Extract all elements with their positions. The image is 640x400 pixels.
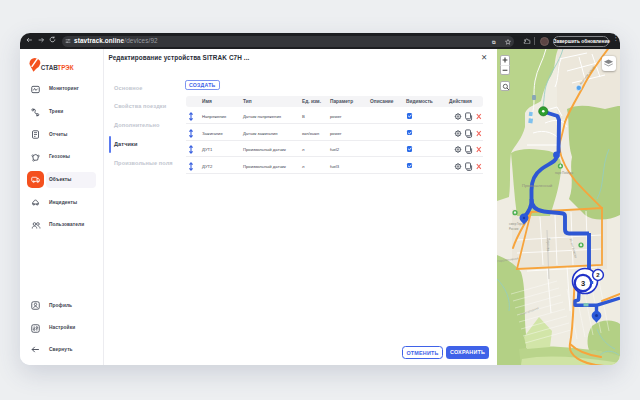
svg-text:Пирогова: Пирогова bbox=[546, 238, 550, 251]
svg-text:сквер Геро...: сквер Геро... bbox=[509, 222, 526, 226]
svg-text:ТРЭК: ТРЭК bbox=[57, 64, 74, 71]
svg-text:парк Победы: парк Победы bbox=[555, 171, 573, 175]
svg-text:Промышленный: Промышленный bbox=[522, 183, 552, 188]
svg-text:СТАВ: СТАВ bbox=[41, 64, 58, 71]
svg-text:3: 3 bbox=[581, 279, 585, 288]
svg-text:России: России bbox=[509, 227, 519, 231]
